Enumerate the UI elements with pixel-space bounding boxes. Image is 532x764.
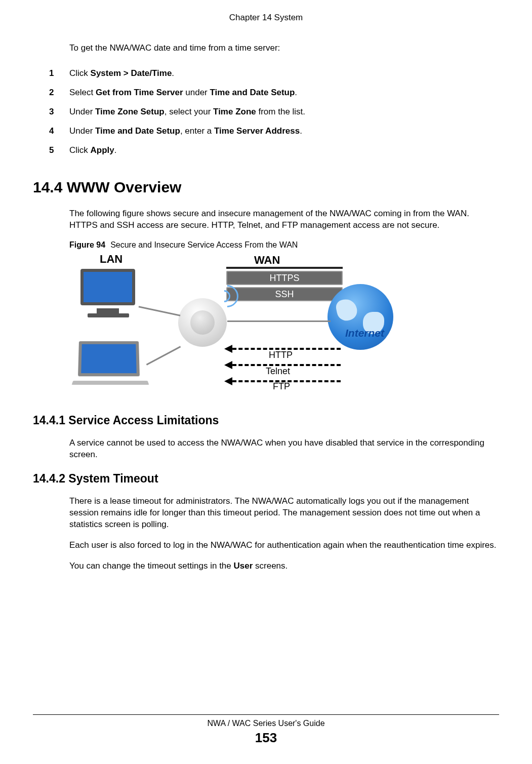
bold-text: Time Zone Setup: [95, 107, 165, 116]
router-icon: [178, 298, 227, 347]
bold-text: Time Zone: [213, 107, 256, 116]
figure-title: Secure and Insecure Service Access From …: [110, 240, 298, 249]
step-number: 4: [49, 126, 69, 136]
step-number: 5: [49, 145, 69, 155]
step-5: 5 Click Apply.: [49, 145, 499, 155]
step-3: 3 Under Time Zone Setup, select your Tim…: [49, 107, 499, 117]
bold-text: Get from Time Server: [96, 88, 183, 97]
text: , enter a: [180, 126, 214, 136]
wan-divider: [226, 267, 343, 269]
text: Under: [69, 107, 95, 116]
footer-title: NWA / WAC Series User's Guide: [0, 719, 532, 728]
https-bar: HTTPS: [226, 271, 343, 285]
text: .: [300, 126, 302, 136]
heading-14-4: 14.4 WWW Overview: [33, 179, 499, 196]
step-text: Click System > Date/Time.: [69, 68, 499, 78]
step-number: 1: [49, 68, 69, 78]
text: .: [114, 145, 117, 155]
text: Select: [69, 88, 96, 97]
text: screens.: [253, 561, 288, 571]
step-1: 1 Click System > Date/Time.: [49, 68, 499, 78]
text: under: [183, 88, 210, 97]
connection-line: [146, 346, 181, 365]
desktop-monitor-icon: [88, 313, 129, 317]
figure-label: Figure 94: [69, 240, 105, 249]
ftp-label: FTP: [273, 381, 290, 392]
step-text: Under Time and Date Setup, enter a Time …: [69, 126, 499, 136]
text: from the list.: [256, 107, 305, 116]
bold-text: Apply: [91, 145, 114, 155]
telnet-label: Telnet: [266, 366, 290, 377]
bold-text: User: [234, 561, 253, 571]
footer-rule: [33, 714, 499, 715]
heading-14-4-2: 14.4.2 System Timeout: [33, 472, 499, 486]
heading-14-4-1: 14.4.1 Service Access Limitations: [33, 414, 499, 427]
laptop-icon: [72, 381, 149, 385]
text: Click: [69, 68, 91, 78]
paragraph: There is a lease timeout for administrat…: [69, 496, 499, 531]
step-text: Under Time Zone Setup, select your Time …: [69, 107, 499, 117]
connection-line: [227, 320, 331, 322]
bold-text: Time and Date Setup: [210, 88, 295, 97]
figure-94: LAN WAN HTTPS SSH Internet HTTP Telnet F…: [69, 254, 393, 395]
bold-text: Time Server Address: [214, 126, 300, 136]
step-number: 3: [49, 107, 69, 117]
text: .: [172, 68, 174, 78]
text: Under: [69, 126, 95, 136]
text: .: [295, 88, 297, 97]
text: , select your: [165, 107, 213, 116]
text: Click: [69, 145, 91, 155]
wan-label: WAN: [254, 254, 280, 267]
text: You can change the timeout settings in t…: [69, 561, 234, 571]
paragraph: The following figure shows secure and in…: [69, 208, 499, 231]
footer-page-number: 153: [0, 730, 532, 746]
desktop-monitor-icon: [80, 269, 135, 305]
bold-text: Time and Date Setup: [95, 126, 180, 136]
steps-list: 1 Click System > Date/Time. 2 Select Get…: [49, 68, 499, 155]
paragraph: Each user is also forced to log in the N…: [69, 540, 499, 551]
internet-label: Internet: [345, 327, 384, 339]
step-text: Click Apply.: [69, 145, 499, 155]
desktop-monitor-icon: [97, 308, 119, 313]
connection-line: [139, 306, 181, 316]
figure-caption: Figure 94Secure and Insecure Service Acc…: [69, 240, 499, 250]
http-label: HTTP: [269, 350, 293, 360]
step-2: 2 Select Get from Time Server under Time…: [49, 88, 499, 98]
chapter-header: Chapter 14 System: [33, 13, 499, 23]
intro-text: To get the NWA/WAC date and time from a …: [69, 43, 499, 53]
step-4: 4 Under Time and Date Setup, enter a Tim…: [49, 126, 499, 136]
laptop-icon: [78, 341, 140, 376]
page-footer: NWA / WAC Series User's Guide 153: [0, 714, 532, 746]
paragraph: A service cannot be used to access the N…: [69, 437, 499, 461]
step-number: 2: [49, 88, 69, 98]
step-text: Select Get from Time Server under Time a…: [69, 88, 499, 98]
globe-icon: [328, 284, 393, 350]
ssh-bar: SSH: [226, 287, 343, 301]
paragraph: You can change the timeout settings in t…: [69, 560, 499, 572]
lan-label: LAN: [100, 253, 122, 266]
bold-text: System > Date/Time: [91, 68, 172, 78]
